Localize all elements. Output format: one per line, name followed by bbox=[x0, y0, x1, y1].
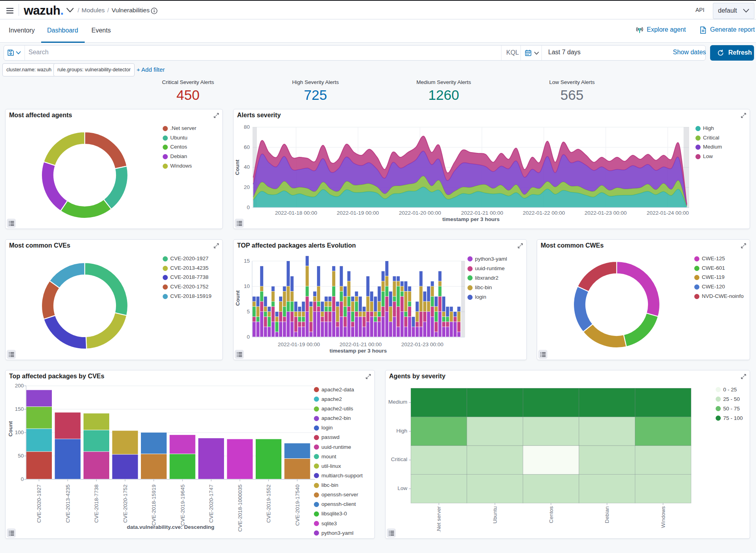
svg-text:.Net server: .Net server bbox=[436, 506, 442, 533]
svg-text:CVE-2020-1747: CVE-2020-1747 bbox=[208, 484, 214, 523]
svg-text:Windows: Windows bbox=[660, 506, 666, 528]
svg-text:CVE-2018-15919: CVE-2018-15919 bbox=[151, 484, 157, 526]
svg-text:CVE-2020-1752: CVE-2020-1752 bbox=[122, 484, 128, 523]
svg-text:CVE-2020-1927: CVE-2020-1927 bbox=[36, 484, 42, 523]
svg-text:CVE-2019-17540: CVE-2019-17540 bbox=[294, 484, 300, 526]
svg-text:Debian: Debian bbox=[604, 506, 610, 523]
svg-text:CVE-2013-4235: CVE-2013-4235 bbox=[65, 484, 71, 523]
svg-text:CVE-2019-19645: CVE-2019-19645 bbox=[180, 484, 186, 526]
svg-text:CVE-2019-1552: CVE-2019-1552 bbox=[266, 484, 272, 523]
svg-text:Centos: Centos bbox=[548, 506, 554, 523]
svg-text:CVE-2018-7738: CVE-2018-7738 bbox=[93, 484, 99, 523]
svg-text:Ubuntu: Ubuntu bbox=[492, 506, 498, 524]
